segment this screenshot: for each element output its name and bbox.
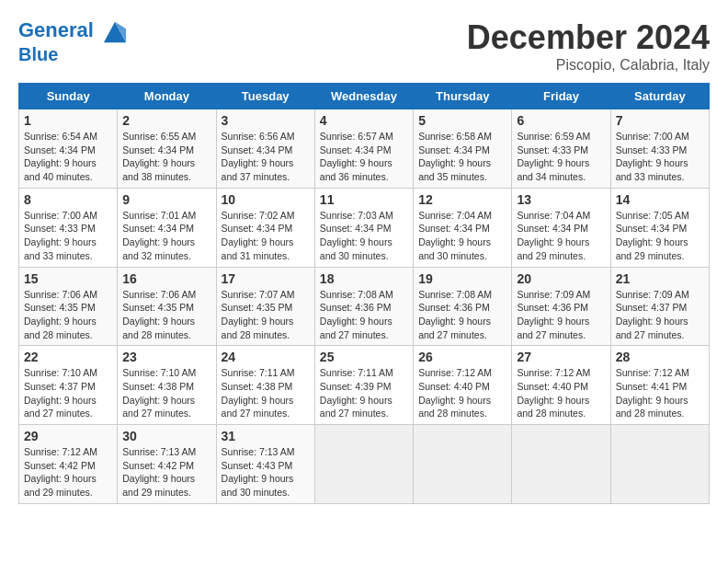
logo: General Blue — [18, 18, 128, 64]
day-number: 13 — [517, 192, 605, 207]
day-cell: 18Sunrise: 7:08 AM Sunset: 4:36 PM Dayli… — [314, 267, 413, 346]
day-detail: Sunrise: 7:12 AM Sunset: 4:42 PM Dayligh… — [24, 445, 112, 500]
page-header: General Blue December 2024 Piscopio, Cal… — [18, 18, 710, 74]
day-number: 29 — [24, 429, 112, 443]
logo-icon — [102, 18, 128, 44]
col-header-friday: Friday — [512, 84, 610, 109]
day-number: 20 — [517, 271, 605, 286]
day-detail: Sunrise: 7:00 AM Sunset: 4:33 PM Dayligh… — [616, 130, 704, 184]
day-number: 24 — [222, 350, 310, 364]
day-number: 6 — [517, 113, 605, 128]
day-number: 15 — [24, 271, 112, 286]
day-cell: 19Sunrise: 7:08 AM Sunset: 4:36 PM Dayli… — [414, 267, 512, 346]
day-cell: 27Sunrise: 7:12 AM Sunset: 4:40 PM Dayli… — [512, 346, 610, 425]
day-detail: Sunrise: 7:08 AM Sunset: 4:36 PM Dayligh… — [418, 288, 506, 342]
week-row-2: 8Sunrise: 7:00 AM Sunset: 4:33 PM Daylig… — [19, 188, 710, 267]
day-cell: 3Sunrise: 6:56 AM Sunset: 4:34 PM Daylig… — [216, 109, 314, 189]
day-cell: 26Sunrise: 7:12 AM Sunset: 4:40 PM Dayli… — [414, 346, 512, 425]
day-detail: Sunrise: 7:12 AM Sunset: 4:40 PM Dayligh… — [418, 366, 506, 420]
day-detail: Sunrise: 7:03 AM Sunset: 4:34 PM Dayligh… — [320, 209, 408, 263]
day-number: 18 — [320, 271, 408, 286]
day-cell: 6Sunrise: 6:59 AM Sunset: 4:33 PM Daylig… — [512, 109, 610, 189]
day-number: 2 — [122, 113, 210, 128]
day-detail: Sunrise: 7:07 AM Sunset: 4:35 PM Dayligh… — [222, 288, 310, 342]
day-detail: Sunrise: 7:01 AM Sunset: 4:34 PM Dayligh… — [122, 209, 210, 263]
day-number: 23 — [122, 350, 210, 364]
day-cell: 31Sunrise: 7:13 AM Sunset: 4:43 PM Dayli… — [216, 425, 314, 504]
day-cell — [512, 425, 610, 504]
day-cell: 8Sunrise: 7:00 AM Sunset: 4:33 PM Daylig… — [19, 188, 118, 267]
day-number: 16 — [122, 271, 210, 286]
day-number: 17 — [222, 271, 310, 286]
day-cell: 10Sunrise: 7:02 AM Sunset: 4:34 PM Dayli… — [216, 188, 314, 267]
week-row-5: 29Sunrise: 7:12 AM Sunset: 4:42 PM Dayli… — [19, 425, 710, 504]
day-number: 26 — [418, 350, 506, 364]
day-detail: Sunrise: 7:08 AM Sunset: 4:36 PM Dayligh… — [320, 288, 408, 342]
day-number: 30 — [122, 429, 210, 443]
day-cell: 15Sunrise: 7:06 AM Sunset: 4:35 PM Dayli… — [19, 267, 118, 346]
day-cell: 9Sunrise: 7:01 AM Sunset: 4:34 PM Daylig… — [118, 188, 216, 267]
day-number: 28 — [616, 350, 704, 364]
logo-blue-text: Blue — [18, 44, 128, 64]
calendar-table: SundayMondayTuesdayWednesdayThursdayFrid… — [18, 83, 710, 504]
col-header-wednesday: Wednesday — [314, 84, 413, 109]
month-title: December 2024 — [467, 18, 710, 57]
week-row-4: 22Sunrise: 7:10 AM Sunset: 4:37 PM Dayli… — [19, 346, 710, 425]
day-detail: Sunrise: 7:04 AM Sunset: 4:34 PM Dayligh… — [517, 209, 605, 263]
day-detail: Sunrise: 7:11 AM Sunset: 4:38 PM Dayligh… — [222, 366, 310, 420]
day-detail: Sunrise: 7:09 AM Sunset: 4:36 PM Dayligh… — [517, 288, 605, 342]
day-detail: Sunrise: 6:56 AM Sunset: 4:34 PM Dayligh… — [222, 130, 310, 184]
day-number: 8 — [24, 192, 112, 207]
day-detail: Sunrise: 7:06 AM Sunset: 4:35 PM Dayligh… — [24, 288, 112, 342]
day-detail: Sunrise: 7:05 AM Sunset: 4:34 PM Dayligh… — [616, 209, 704, 263]
col-header-tuesday: Tuesday — [216, 84, 314, 109]
day-cell: 17Sunrise: 7:07 AM Sunset: 4:35 PM Dayli… — [216, 267, 314, 346]
day-number: 4 — [320, 113, 408, 128]
day-number: 7 — [616, 113, 704, 128]
day-number: 25 — [320, 350, 408, 364]
day-detail: Sunrise: 7:11 AM Sunset: 4:39 PM Dayligh… — [320, 366, 408, 420]
day-detail: Sunrise: 7:10 AM Sunset: 4:38 PM Dayligh… — [122, 366, 210, 420]
day-cell: 14Sunrise: 7:05 AM Sunset: 4:34 PM Dayli… — [610, 188, 709, 267]
day-cell: 12Sunrise: 7:04 AM Sunset: 4:34 PM Dayli… — [414, 188, 512, 267]
day-number: 3 — [222, 113, 310, 128]
col-header-thursday: Thursday — [414, 84, 512, 109]
day-cell: 23Sunrise: 7:10 AM Sunset: 4:38 PM Dayli… — [118, 346, 216, 425]
col-header-monday: Monday — [118, 84, 216, 109]
day-cell: 20Sunrise: 7:09 AM Sunset: 4:36 PM Dayli… — [512, 267, 610, 346]
col-header-sunday: Sunday — [19, 84, 118, 109]
day-detail: Sunrise: 6:57 AM Sunset: 4:34 PM Dayligh… — [320, 130, 408, 184]
day-detail: Sunrise: 6:55 AM Sunset: 4:34 PM Dayligh… — [122, 130, 210, 184]
day-detail: Sunrise: 6:58 AM Sunset: 4:34 PM Dayligh… — [418, 130, 506, 184]
day-cell: 16Sunrise: 7:06 AM Sunset: 4:35 PM Dayli… — [118, 267, 216, 346]
day-cell: 7Sunrise: 7:00 AM Sunset: 4:33 PM Daylig… — [610, 109, 709, 189]
day-detail: Sunrise: 7:10 AM Sunset: 4:37 PM Dayligh… — [24, 366, 112, 420]
day-number: 31 — [222, 429, 310, 443]
day-number: 21 — [616, 271, 704, 286]
day-detail: Sunrise: 7:13 AM Sunset: 4:42 PM Dayligh… — [122, 445, 210, 500]
day-number: 11 — [320, 192, 408, 207]
day-number: 5 — [418, 113, 506, 128]
day-cell: 13Sunrise: 7:04 AM Sunset: 4:34 PM Dayli… — [512, 188, 610, 267]
week-row-3: 15Sunrise: 7:06 AM Sunset: 4:35 PM Dayli… — [19, 267, 710, 346]
day-detail: Sunrise: 7:13 AM Sunset: 4:43 PM Dayligh… — [222, 445, 310, 500]
day-cell: 21Sunrise: 7:09 AM Sunset: 4:37 PM Dayli… — [610, 267, 709, 346]
day-cell: 11Sunrise: 7:03 AM Sunset: 4:34 PM Dayli… — [314, 188, 413, 267]
day-cell: 24Sunrise: 7:11 AM Sunset: 4:38 PM Dayli… — [216, 346, 314, 425]
day-number: 9 — [122, 192, 210, 207]
day-detail: Sunrise: 7:02 AM Sunset: 4:34 PM Dayligh… — [222, 209, 310, 263]
col-header-saturday: Saturday — [610, 84, 709, 109]
day-cell: 4Sunrise: 6:57 AM Sunset: 4:34 PM Daylig… — [314, 109, 413, 189]
day-detail: Sunrise: 7:04 AM Sunset: 4:34 PM Dayligh… — [418, 209, 506, 263]
day-detail: Sunrise: 7:06 AM Sunset: 4:35 PM Dayligh… — [122, 288, 210, 342]
title-block: December 2024 Piscopio, Calabria, Italy — [467, 18, 710, 74]
day-detail: Sunrise: 6:59 AM Sunset: 4:33 PM Dayligh… — [517, 130, 605, 184]
day-cell: 30Sunrise: 7:13 AM Sunset: 4:42 PM Dayli… — [118, 425, 216, 504]
day-number: 12 — [418, 192, 506, 207]
day-cell — [314, 425, 413, 504]
day-detail: Sunrise: 7:09 AM Sunset: 4:37 PM Dayligh… — [616, 288, 704, 342]
day-number: 19 — [418, 271, 506, 286]
day-number: 10 — [222, 192, 310, 207]
day-cell: 2Sunrise: 6:55 AM Sunset: 4:34 PM Daylig… — [118, 109, 216, 189]
day-cell: 29Sunrise: 7:12 AM Sunset: 4:42 PM Dayli… — [19, 425, 118, 504]
